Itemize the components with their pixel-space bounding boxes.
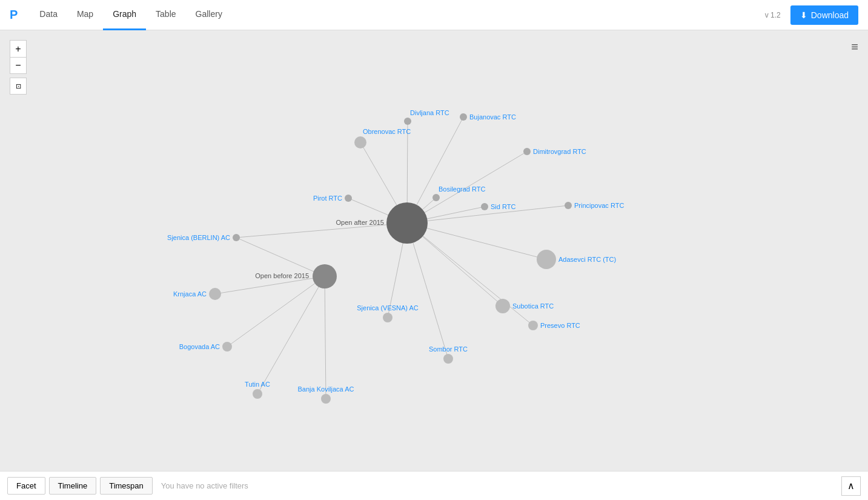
- graph-svg: Open after 2015Open before 2015Divljana …: [0, 30, 868, 471]
- expand-button[interactable]: ∧: [841, 476, 861, 496]
- timespan-button[interactable]: Timespan: [100, 477, 153, 495]
- download-label: Download: [811, 10, 849, 20]
- node-label: Tutin AC: [245, 381, 270, 388]
- node-tutin[interactable]: Tutin AC: [245, 381, 270, 399]
- node-circle: [354, 136, 366, 148]
- graph-area: + − ⊡ ≡ Open after 2015Open before 2015D…: [0, 30, 868, 471]
- node-principovac[interactable]: Principovac RTC: [565, 202, 624, 209]
- node-circle: [321, 394, 331, 404]
- version-label: v 1.2: [765, 11, 781, 19]
- zoom-out-button[interactable]: −: [10, 57, 27, 74]
- edge: [236, 238, 325, 276]
- node-label: Obrenovac RTC: [363, 128, 411, 135]
- node-label: Sjenica (BERLIN) AC: [167, 234, 230, 241]
- edge: [227, 276, 325, 347]
- main-area: + − ⊡ ≡ Open after 2015Open before 2015D…: [0, 30, 868, 500]
- node-bogovada[interactable]: Bogovada AC: [179, 342, 232, 352]
- node-circle: [222, 342, 232, 352]
- nav-item-data[interactable]: Data: [30, 0, 67, 30]
- nav-item-graph[interactable]: Graph: [103, 0, 146, 30]
- node-sjenica_berlin[interactable]: Sjenica (BERLIN) AC: [167, 234, 240, 241]
- node-obrenovac[interactable]: Obrenovac RTC: [354, 128, 411, 148]
- node-sjenica_vesna[interactable]: Sjenica (VESNA) AC: [357, 304, 419, 322]
- node-label: Banja Koviljaca AC: [298, 385, 354, 393]
- no-filters-text: You have no active filters: [161, 481, 841, 490]
- nav-item-table[interactable]: Table: [146, 0, 185, 30]
- node-sombor[interactable]: Sombor RTC: [429, 345, 468, 364]
- node-label: Open before 2015: [255, 272, 309, 279]
- fit-button[interactable]: ⊡: [10, 78, 27, 95]
- node-label: Krnjaca AC: [173, 290, 207, 298]
- node-label: Adasevci RTC (TC): [558, 256, 616, 263]
- node-circle: [495, 299, 510, 313]
- nav-item-gallery[interactable]: Gallery: [186, 0, 232, 30]
- node-label: Open after 2015: [336, 219, 384, 226]
- node-circle: [460, 113, 467, 121]
- node-circle: [345, 195, 352, 202]
- node-circle: [386, 202, 428, 244]
- main-nav: DataMapGraphTableGallery: [30, 0, 764, 30]
- node-circle: [313, 264, 337, 288]
- node-adasevci[interactable]: Adasevci RTC (TC): [537, 250, 616, 269]
- bottom-bar: Facet Timeline Timespan You have no acti…: [0, 471, 868, 500]
- node-hub2[interactable]: Open before 2015: [255, 264, 337, 288]
- node-circle: [209, 288, 221, 300]
- node-circle: [432, 194, 440, 201]
- node-circle: [383, 313, 393, 322]
- facet-button[interactable]: Facet: [7, 477, 45, 495]
- node-label: Pirot RTC: [313, 195, 342, 202]
- edge: [407, 223, 448, 359]
- node-circle: [233, 234, 240, 241]
- timeline-button[interactable]: Timeline: [49, 477, 97, 495]
- download-icon: ⬇: [800, 10, 807, 20]
- zoom-controls: + − ⊡: [10, 40, 27, 95]
- nav-item-map[interactable]: Map: [67, 0, 103, 30]
- node-label: Subotica RTC: [512, 302, 554, 310]
- node-banja_koviljaca[interactable]: Banja Koviljaca AC: [298, 385, 354, 404]
- node-divljana[interactable]: Divljana RTC: [404, 109, 449, 125]
- node-circle: [537, 250, 556, 269]
- download-button[interactable]: ⬇ Download: [790, 5, 858, 25]
- node-presevo[interactable]: Presevo RTC: [528, 321, 580, 330]
- node-hub1[interactable]: Open after 2015: [336, 202, 428, 244]
- node-circle: [565, 202, 572, 209]
- node-label: Bosilegrad RTC: [439, 185, 485, 193]
- header: P DataMapGraphTableGallery v 1.2 ⬇ Downl…: [0, 0, 868, 30]
- edge: [407, 223, 533, 325]
- node-sid[interactable]: Sid RTC: [481, 203, 515, 210]
- node-dimitrovgrad[interactable]: Dimitrovgrad RTC: [523, 148, 586, 155]
- node-label: Bogovada AC: [179, 343, 220, 350]
- node-label: Sid RTC: [491, 203, 515, 210]
- node-bujanovac[interactable]: Bujanovac RTC: [460, 113, 516, 121]
- node-subotica[interactable]: Subotica RTC: [495, 299, 554, 313]
- node-circle: [481, 203, 488, 210]
- zoom-in-button[interactable]: +: [10, 40, 27, 57]
- node-circle: [404, 118, 411, 125]
- node-circle: [523, 148, 531, 155]
- node-label: Divljana RTC: [410, 109, 449, 116]
- node-label: Principovac RTC: [574, 202, 624, 209]
- menu-icon[interactable]: ≡: [851, 40, 858, 54]
- node-pirot[interactable]: Pirot RTC: [313, 195, 352, 202]
- node-label: Presevo RTC: [540, 322, 580, 329]
- node-circle: [253, 389, 262, 399]
- node-label: Sjenica (VESNA) AC: [357, 304, 419, 312]
- node-label: Bujanovac RTC: [469, 113, 516, 121]
- node-circle: [443, 354, 453, 364]
- edge: [257, 276, 325, 394]
- node-label: Dimitrovgrad RTC: [533, 148, 586, 155]
- edge: [325, 276, 326, 399]
- node-krnjaca[interactable]: Krnjaca AC: [173, 288, 221, 300]
- node-bosilegrad[interactable]: Bosilegrad RTC: [432, 185, 485, 201]
- logo: P: [10, 8, 18, 22]
- node-circle: [528, 321, 538, 330]
- node-label: Sombor RTC: [429, 345, 468, 353]
